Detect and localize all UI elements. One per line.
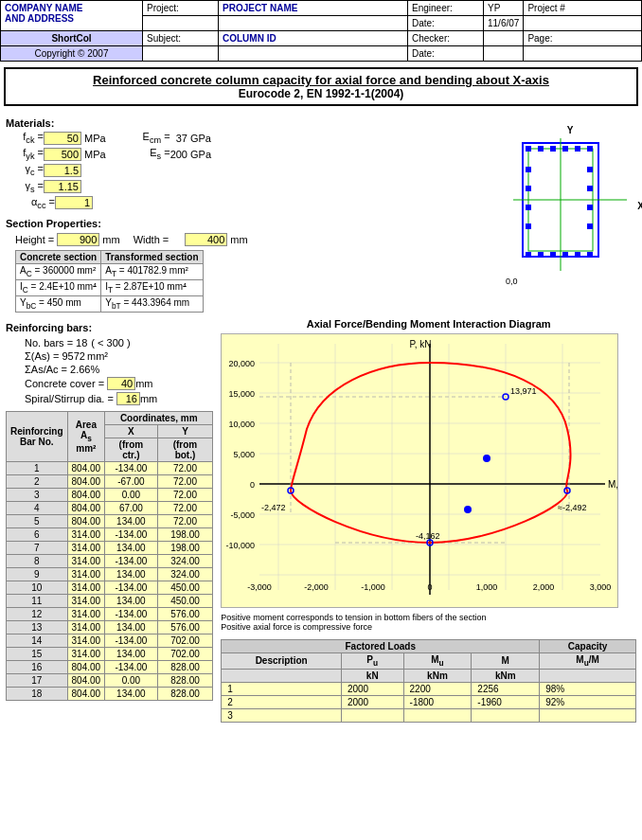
company-address: AND ADDRESS: [5, 13, 138, 24]
table-row: 15 314.00 134.00 702.00: [7, 647, 213, 660]
bar-y: 324.00: [157, 567, 213, 581]
alpha-cc-input[interactable]: 1: [55, 196, 93, 209]
bar-x: -67.00: [105, 474, 157, 488]
load-ratio: 92%: [540, 695, 636, 708]
sum-as-unit: mm²: [87, 350, 108, 362]
bar-no: 11: [7, 594, 68, 607]
bar-no: 3: [7, 488, 68, 501]
cover-unit: mm: [135, 378, 152, 389]
ratio-unit: [540, 669, 636, 682]
no-col: [222, 669, 342, 682]
height-input[interactable]: 900: [57, 233, 99, 246]
bar-no: 13: [7, 620, 68, 634]
gamma-s-input[interactable]: 1.15: [44, 180, 81, 193]
date-value: 11/6/07: [484, 16, 524, 31]
spiral-input[interactable]: 16: [116, 392, 140, 405]
svg-text:-2,472: -2,472: [261, 503, 286, 512]
header-table: COMPANY NAME AND ADDRESS Project: PROJEC…: [0, 0, 642, 62]
list-item: 2 2000 -1800 -1960 92%: [222, 695, 636, 708]
fyk-input[interactable]: 500: [44, 148, 81, 161]
svg-text:20,000: 20,000: [229, 359, 256, 368]
fck-unit: MPa: [84, 133, 106, 144]
shortcol-label: ShortCol: [1, 31, 143, 46]
bar-x: -134.00: [105, 527, 157, 541]
table-row: 17 804.00 0.00 828.00: [7, 673, 213, 687]
svg-text:0: 0: [428, 582, 433, 592]
bar-y: 72.00: [157, 488, 213, 501]
es-label: Es =: [134, 147, 170, 161]
svg-rect-19: [526, 223, 531, 229]
bar-x: 0.00: [105, 673, 157, 687]
bar-no: 7: [7, 541, 68, 554]
date-label: Date:: [408, 16, 484, 31]
fck-input[interactable]: 50: [44, 132, 81, 145]
bar-x: 134.00: [105, 687, 157, 700]
bar-y: 198.00: [157, 541, 213, 554]
spiral-unit: mm: [140, 393, 157, 404]
gamma-c-label: γc =: [15, 163, 44, 177]
bar-area: 804.00: [67, 673, 105, 687]
bar-area: 314.00: [67, 634, 105, 647]
svg-rect-21: [587, 186, 593, 191]
svg-text:M, kNm: M, kNm: [608, 479, 618, 490]
column-diagram-container: Y X 0,0: [504, 138, 636, 273]
mom-ratio-header: Mu/M: [540, 652, 636, 669]
load-m: [472, 708, 540, 722]
svg-text:5,000: 5,000: [234, 450, 256, 459]
svg-text:10,000: 10,000: [229, 420, 256, 429]
table-row: 10 314.00 -134.00 450.00: [7, 581, 213, 594]
es-unit: GPa: [190, 149, 211, 160]
cover-input[interactable]: 40: [107, 377, 135, 390]
col-x: X: [105, 424, 157, 438]
svg-rect-17: [526, 186, 531, 191]
no-bars-value: 18: [76, 337, 87, 349]
bar-y: 324.00: [157, 554, 213, 567]
bar-area: 314.00: [67, 581, 105, 594]
list-item: 3: [222, 708, 636, 722]
m-header: M: [472, 652, 540, 669]
fyk-label: fyk =: [15, 147, 44, 161]
gamma-c-input[interactable]: 1.5: [44, 164, 81, 177]
section-table: Concrete section Transformed section AC …: [15, 250, 204, 313]
load-mu: -1800: [403, 695, 472, 708]
bar-area: 314.00: [67, 594, 105, 607]
bar-area: 804.00: [67, 514, 105, 527]
svg-rect-4: [526, 252, 531, 258]
bar-y: 72.00: [157, 461, 213, 474]
table-row: 12 314.00 -134.00 576.00: [7, 607, 213, 620]
ecm-label: Ecm =: [134, 131, 170, 145]
bar-no: 4: [7, 501, 68, 514]
col-y-note: (from bot.): [157, 438, 213, 461]
ybc-row: YbC = 450 mm: [16, 295, 101, 312]
engineer-value: YP: [484, 1, 524, 16]
ecm-unit: GPa: [190, 133, 211, 144]
fck-label: fck =: [15, 131, 44, 145]
width-input[interactable]: 400: [185, 233, 227, 246]
svg-text:-4,162: -4,162: [416, 531, 440, 541]
bar-area: 314.00: [67, 647, 105, 660]
width-unit: mm: [230, 234, 247, 245]
bar-no: 6: [7, 527, 68, 541]
fyk-unit: MPa: [84, 149, 106, 160]
bar-area: 804.00: [67, 660, 105, 673]
m-unit: kNm: [472, 669, 540, 682]
bar-x: 134.00: [105, 541, 157, 554]
bar-y: 702.00: [157, 634, 213, 647]
bar-x: -134.00: [105, 581, 157, 594]
ecm-value: 37: [176, 133, 187, 144]
table-row: 14 314.00 -134.00 702.00: [7, 634, 213, 647]
interaction-title: Axial Force/Bending Moment Interaction D…: [221, 318, 636, 330]
height-label: Height =: [15, 234, 57, 245]
bar-y: 576.00: [157, 620, 213, 634]
materials-label: Materials:: [6, 117, 636, 129]
bar-x: 134.00: [105, 620, 157, 634]
svg-text:P, kN: P, kN: [410, 339, 432, 349]
project-num-label: Project #: [524, 1, 642, 16]
title-box: Reinforced concrete column capacity for …: [4, 67, 638, 106]
bar-no: 12: [7, 607, 68, 620]
sum-as-ac-value: 2.66%: [70, 364, 99, 375]
column-id: COLUMN ID: [219, 31, 408, 46]
svg-rect-9: [587, 252, 593, 258]
section-props-label: Section Properties:: [6, 218, 504, 229]
it-row: IT = 2.87E+10 mm⁴: [101, 279, 203, 295]
